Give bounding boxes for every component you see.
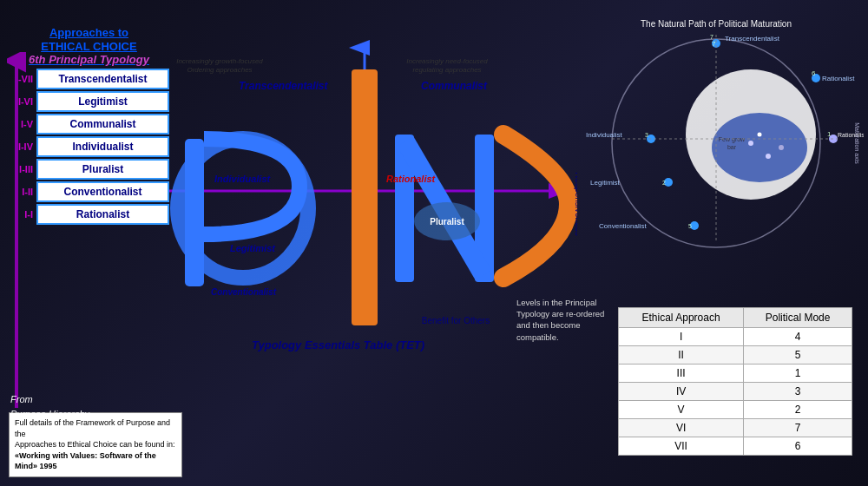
svg-text:Legitimist: Legitimist <box>230 243 276 253</box>
svg-text:The Natural Path of Political : The Natural Path of Political Maturation <box>641 19 792 29</box>
svg-point-52 <box>779 145 784 150</box>
svg-text:2: 2 <box>662 180 666 186</box>
typology-name: Pluralist <box>36 159 169 180</box>
table-cell: 1 <box>744 364 852 383</box>
typology-list: I-VIITranscendentalistI-VILegitimistI-VC… <box>9 69 169 225</box>
data-table: Ethical Approach Political Mode I4II5III… <box>618 307 852 456</box>
table-cell: VII <box>619 437 744 456</box>
typology-row: I-IIIPluralist <box>9 159 169 180</box>
svg-text:bar: bar <box>727 144 737 150</box>
svg-rect-9 <box>352 69 378 325</box>
svg-point-49 <box>748 141 753 146</box>
table-row: III1 <box>619 364 852 383</box>
svg-text:7: 7 <box>712 40 716 48</box>
table-cell: VI <box>619 419 744 437</box>
table-cell: 4 <box>744 328 852 346</box>
svg-point-30 <box>712 113 807 182</box>
table-row: VII6 <box>619 437 852 456</box>
table-cell: 3 <box>744 383 852 401</box>
svg-text:Conventionalist: Conventionalist <box>599 222 647 230</box>
table-row: II5 <box>619 346 852 364</box>
table-cell: 5 <box>744 346 852 364</box>
bottom-note: Full details of the Framework of Purpose… <box>9 412 182 477</box>
tet-label: Typology Essentials Table (TET) <box>252 338 424 351</box>
svg-rect-8 <box>185 139 204 286</box>
main-diagram: Transcendentalist Communalist Individual… <box>161 39 577 334</box>
typology-name: Individualist <box>36 136 169 157</box>
col-header-ethical: Ethical Approach <box>619 308 744 328</box>
svg-text:Ordering approaches: Ordering approaches <box>187 66 252 74</box>
typology-name: Rationalist <box>36 204 169 225</box>
svg-text:Legitimist: Legitimist <box>590 179 621 187</box>
svg-point-50 <box>766 154 771 159</box>
svg-text:Communalist: Communalist <box>421 80 488 92</box>
table-cell: III <box>619 364 744 383</box>
typology-row: I-IVIndividualist <box>9 136 169 157</box>
svg-text:Increasingly need-focused: Increasingly need-focused <box>406 57 488 65</box>
svg-text:Individualist: Individualist <box>586 131 623 139</box>
typology-name: Transcendentalist <box>36 69 169 89</box>
svg-point-51 <box>758 133 762 137</box>
typology-row: I-VCommunalist <box>9 114 169 135</box>
svg-text:7: 7 <box>710 34 713 40</box>
typology-name: Communalist <box>36 114 169 135</box>
svg-text:Rationalist: Rationalist <box>822 75 855 82</box>
col-header-political: Political Mode <box>744 308 852 328</box>
table-row: V2 <box>619 401 852 419</box>
svg-text:Individualist: Individualist <box>214 174 272 184</box>
table-cell: IV <box>619 383 744 401</box>
table-header: Ethical Approach Political Mode <box>619 308 852 328</box>
svg-text:Transcendentalist: Transcendentalist <box>725 35 780 43</box>
table-cell: 6 <box>744 437 852 456</box>
typology-row: I-IRationalist <box>9 204 169 225</box>
svg-text:Increasingly growth-focused: Increasingly growth-focused <box>176 57 263 65</box>
table-row: IV3 <box>619 383 852 401</box>
svg-text:Rationalist: Rationalist <box>386 174 437 184</box>
typology-row: I-VIITranscendentalist <box>9 69 169 89</box>
svg-text:Benefit for Others: Benefit for Others <box>422 316 490 325</box>
svg-text:Transcendentalist: Transcendentalist <box>239 80 328 92</box>
purpose-hierarchy-label: From Purpose Hierarchy <box>10 392 89 421</box>
svg-text:Pluralist: Pluralist <box>430 217 464 227</box>
typology-name: Conventionalist <box>36 181 169 202</box>
table-cell: V <box>619 401 744 419</box>
svg-text:Conventionalist: Conventionalist <box>211 287 277 297</box>
typology-row: I-IIConventionalist <box>9 181 169 202</box>
svg-text:5: 5 <box>688 223 692 229</box>
table-cell: 7 <box>744 419 852 437</box>
levels-note: Levels in the Principal Typology are re-… <box>516 297 608 343</box>
table-cell: 2 <box>744 401 852 419</box>
table-row: I4 <box>619 328 852 346</box>
typology-row: I-VILegitimist <box>9 91 169 112</box>
typology-panel: Approaches to ETHICAL CHOICE 6th Princip… <box>9 26 169 225</box>
svg-text:1: 1 <box>827 130 832 138</box>
table-cell: II <box>619 346 744 364</box>
typology-heading: Approaches to ETHICAL CHOICE 6th Princip… <box>9 26 169 67</box>
table-row: VI7 <box>619 419 852 437</box>
svg-text:regulating approaches: regulating approaches <box>412 66 481 74</box>
svg-text:Maturation axis: Maturation axis <box>854 122 860 164</box>
svg-text:3: 3 <box>645 132 648 138</box>
table-body: I4II5III1IV3V2VI7VII6 <box>619 328 852 456</box>
typology-name: Legitimist <box>36 91 169 112</box>
svg-text:6: 6 <box>812 69 816 77</box>
purple-arrow-left <box>7 52 26 417</box>
circular-chart: The Natural Path of Political Maturation… <box>569 13 864 256</box>
svg-text:Few grow: Few grow <box>719 136 746 143</box>
table-cell: I <box>619 328 744 346</box>
